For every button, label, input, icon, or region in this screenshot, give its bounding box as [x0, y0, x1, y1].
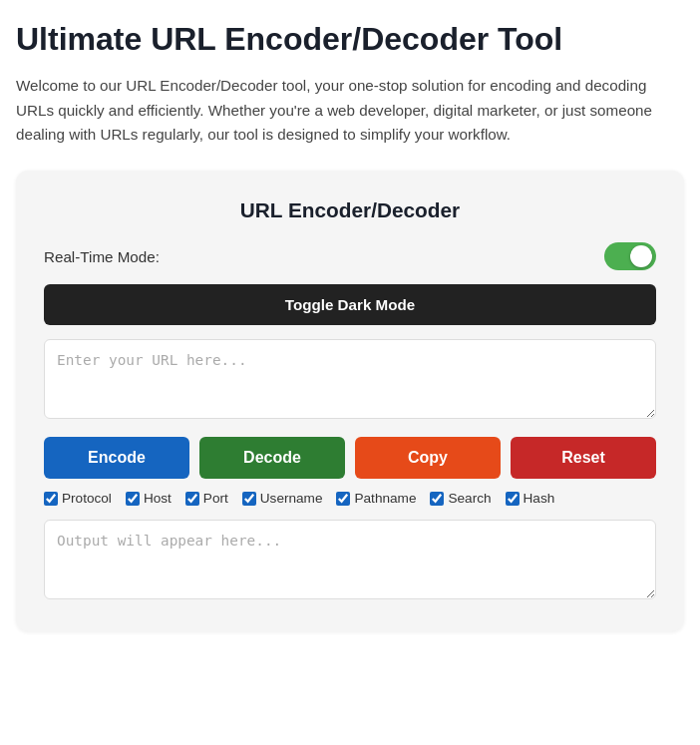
checkbox-label-host: Host	[144, 491, 172, 506]
encode-button[interactable]: Encode	[44, 437, 189, 479]
dark-mode-button[interactable]: Toggle Dark Mode	[44, 284, 656, 325]
checkbox-item-hash[interactable]: Hash	[506, 491, 555, 506]
realtime-row: Real-Time Mode:	[44, 242, 656, 270]
realtime-toggle[interactable]	[604, 242, 656, 270]
tool-card: URL Encoder/Decoder Real-Time Mode: Togg…	[16, 171, 684, 631]
checkbox-label-username: Username	[260, 491, 323, 506]
checkbox-item-host[interactable]: Host	[126, 491, 172, 506]
checkbox-hash[interactable]	[506, 492, 520, 506]
url-input[interactable]	[44, 339, 656, 419]
checkbox-item-protocol[interactable]: Protocol	[44, 491, 112, 506]
checkbox-item-search[interactable]: Search	[430, 491, 491, 506]
copy-button[interactable]: Copy	[355, 437, 501, 479]
checkbox-label-search: Search	[448, 491, 491, 506]
intro-text: Welcome to our URL Encoder/Decoder tool,…	[16, 74, 684, 147]
checkbox-username[interactable]	[242, 492, 256, 506]
action-buttons-row: Encode Decode Copy Reset	[44, 437, 656, 479]
realtime-label: Real-Time Mode:	[44, 248, 160, 265]
checkbox-protocol[interactable]	[44, 492, 58, 506]
checkboxes-row: ProtocolHostPortUsernamePathnameSearchHa…	[44, 491, 656, 506]
checkbox-label-pathname: Pathname	[354, 491, 416, 506]
decode-button[interactable]: Decode	[199, 437, 345, 479]
checkbox-label-protocol: Protocol	[62, 491, 112, 506]
checkbox-port[interactable]	[185, 492, 199, 506]
checkbox-item-pathname[interactable]: Pathname	[336, 491, 416, 506]
checkbox-label-port: Port	[203, 491, 228, 506]
checkbox-host[interactable]	[126, 492, 140, 506]
checkbox-search[interactable]	[430, 492, 444, 506]
reset-button[interactable]: Reset	[511, 437, 656, 479]
checkbox-item-port[interactable]: Port	[185, 491, 228, 506]
checkbox-pathname[interactable]	[336, 492, 350, 506]
output-area[interactable]	[44, 520, 656, 599]
page-title: Ultimate URL Encoder/Decoder Tool	[16, 20, 684, 58]
checkbox-label-hash: Hash	[524, 491, 555, 506]
tool-card-title: URL Encoder/Decoder	[44, 198, 656, 222]
checkbox-item-username[interactable]: Username	[242, 491, 323, 506]
